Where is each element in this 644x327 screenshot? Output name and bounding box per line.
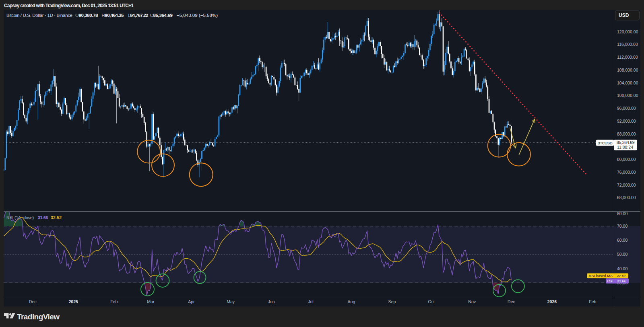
svg-text:Apr: Apr [188, 299, 195, 304]
svg-text:2026: 2026 [547, 299, 557, 304]
svg-text:TradingView: TradingView [17, 313, 60, 321]
svg-text:Mar: Mar [147, 299, 155, 304]
svg-text:Oct: Oct [428, 299, 435, 304]
svg-text:80,000.00: 80,000.00 [617, 157, 636, 162]
svg-text:11:08:24: 11:08:24 [617, 145, 633, 150]
svg-text:104,000.00: 104,000.00 [617, 80, 638, 85]
svg-text:USD: USD [619, 12, 629, 18]
svg-text:Dec: Dec [29, 299, 37, 304]
svg-text:Feb: Feb [110, 299, 118, 304]
svg-text:BTCUSD: BTCUSD [598, 141, 613, 145]
svg-text:O90,380.78: O90,380.78 [75, 13, 98, 18]
svg-text:108,000.00: 108,000.00 [617, 68, 638, 72]
svg-text:116,000.00: 116,000.00 [617, 42, 638, 47]
svg-text:Capsey created with TradingVie: Capsey created with TradingView.com, Dec… [4, 3, 134, 8]
svg-text:Sep: Sep [388, 299, 396, 304]
svg-text:120,000.00: 120,000.00 [617, 29, 638, 34]
svg-text:88,000.00: 88,000.00 [617, 132, 636, 136]
svg-text:60.00: 60.00 [617, 238, 627, 243]
svg-text:76,000.00: 76,000.00 [617, 170, 636, 175]
svg-text:Nov: Nov [468, 299, 476, 304]
svg-text:RSI (14, close): RSI (14, close) [6, 215, 34, 220]
svg-text:31.66: 31.66 [38, 215, 48, 220]
svg-text:Jun: Jun [268, 299, 275, 304]
svg-text:−5,043.09 (−5.58%): −5,043.09 (−5.58%) [177, 13, 218, 18]
svg-text:Jul: Jul [308, 299, 313, 304]
svg-text:May: May [227, 299, 235, 304]
svg-text:70.00: 70.00 [617, 224, 627, 228]
svg-text:68,000.00: 68,000.00 [617, 195, 636, 200]
svg-text:H90,464.35: H90,464.35 [102, 13, 124, 18]
svg-text:31.66: 31.66 [617, 279, 626, 283]
svg-text:32.52: 32.52 [51, 215, 62, 220]
svg-text:32.52: 32.52 [617, 274, 626, 278]
svg-text:85,364.69: 85,364.69 [617, 140, 635, 145]
svg-text:92,000.00: 92,000.00 [617, 119, 636, 123]
svg-text:80.00: 80.00 [617, 211, 627, 216]
svg-text:50.00: 50.00 [617, 252, 627, 257]
svg-text:2025: 2025 [69, 299, 78, 304]
svg-text:96,000.00: 96,000.00 [617, 106, 636, 111]
svg-text:100,000.00: 100,000.00 [617, 93, 638, 98]
svg-text:72,000.00: 72,000.00 [617, 183, 636, 187]
svg-text:Feb: Feb [589, 299, 596, 304]
svg-text:112,000.00: 112,000.00 [617, 55, 638, 60]
svg-text:Dec: Dec [508, 299, 515, 304]
svg-text:C85,364.69: C85,364.69 [150, 13, 173, 18]
svg-text:Aug: Aug [348, 299, 355, 304]
svg-text:RSI-based MA: RSI-based MA [589, 274, 613, 278]
svg-text:RSI: RSI [607, 279, 613, 283]
svg-text:Bitcoin / U.S. Dollar · 1D · B: Bitcoin / U.S. Dollar · 1D · Binance [6, 13, 72, 18]
svg-text:L84,767.22: L84,767.22 [128, 13, 149, 18]
svg-text:40.00: 40.00 [617, 266, 627, 271]
